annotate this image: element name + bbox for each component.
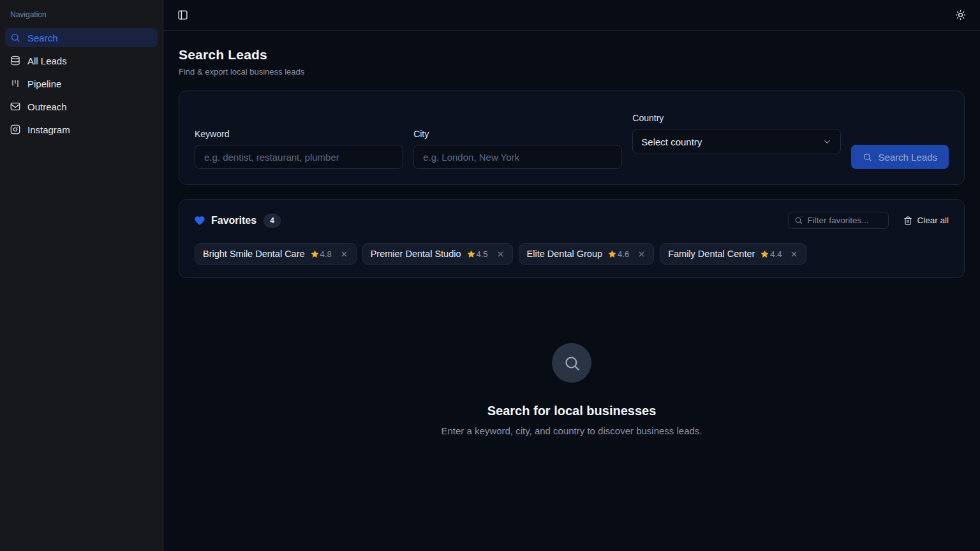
country-label: Country: [632, 113, 841, 123]
main-area: Search Leads Find & export local busines…: [163, 0, 980, 551]
instagram-icon: [10, 124, 20, 135]
city-label: City: [413, 129, 622, 139]
favorites-card: Favorites 4 Clear all: [179, 199, 965, 278]
kanban-icon: [10, 78, 20, 89]
favorite-chip[interactable]: Bright Smile Dental Care4.8: [195, 243, 357, 265]
favorites-chip-row: Bright Smile Dental Care4.8Premier Denta…: [195, 243, 949, 265]
database-icon: [10, 55, 20, 66]
remove-favorite-icon[interactable]: [790, 250, 798, 258]
filter-favorites-input[interactable]: [807, 216, 882, 225]
sidebar-item-label: Search: [27, 33, 58, 43]
city-field-group: City: [413, 129, 622, 169]
sidebar-nav: SearchAll LeadsPipelineOutreachInstagram: [5, 28, 158, 139]
favorite-chip[interactable]: Premier Dental Studio4.5: [362, 243, 513, 265]
city-input[interactable]: [413, 145, 622, 169]
empty-state-circle: [552, 343, 591, 383]
keyword-field-group: Keyword: [195, 129, 403, 169]
sidebar-item-instagram[interactable]: Instagram: [5, 120, 158, 139]
empty-state-subtitle: Enter a keyword, city, and country to di…: [441, 425, 702, 436]
search-icon: [794, 216, 803, 224]
favorites-title: Favorites: [211, 215, 256, 226]
page-content: Search Leads Find & export local busines…: [163, 31, 980, 551]
country-select-value: Select country: [641, 136, 702, 147]
favorites-count-badge: 4: [264, 214, 281, 228]
page-title: Search Leads: [179, 47, 965, 62]
sidebar-item-all-leads[interactable]: All Leads: [5, 51, 158, 70]
keyword-label: Keyword: [195, 129, 403, 139]
sidebar-item-label: Outreach: [27, 101, 67, 112]
search-icon: [10, 33, 20, 43]
country-field-group: Country Select country: [632, 113, 841, 154]
search-icon: [863, 152, 872, 162]
search-leads-button-label: Search Leads: [878, 152, 937, 163]
star-icon: [608, 250, 616, 258]
heart-icon: [195, 216, 205, 226]
panel-left-icon: [177, 10, 188, 20]
sidebar-item-label: Pipeline: [27, 78, 61, 89]
search-icon: [563, 355, 581, 372]
search-form-card: Keyword City Country Select country: [179, 91, 965, 185]
favorite-name: Elite Dental Group: [527, 249, 602, 259]
sidebar-item-label: Instagram: [27, 124, 70, 135]
favorite-chip[interactable]: Elite Dental Group4.6: [519, 243, 655, 265]
theme-toggle-button[interactable]: [955, 10, 966, 20]
sidebar-toggle-button[interactable]: [177, 10, 188, 20]
favorite-rating: 4.6: [618, 249, 629, 259]
clear-all-button[interactable]: Clear all: [903, 216, 949, 225]
sidebar-item-outreach[interactable]: Outreach: [5, 97, 158, 116]
favorite-rating: 4.4: [770, 249, 782, 259]
sidebar: Navigation SearchAll LeadsPipelineOutrea…: [0, 0, 163, 551]
star-icon: [467, 250, 475, 258]
favorite-rating: 4.8: [320, 249, 332, 259]
favorite-name: Premier Dental Studio: [371, 249, 461, 259]
sun-icon: [955, 10, 966, 20]
sidebar-item-search[interactable]: Search: [5, 28, 158, 47]
favorite-rating: 4.5: [477, 249, 488, 259]
sidebar-item-pipeline[interactable]: Pipeline: [5, 74, 158, 93]
empty-state-title: Search for local businesses: [487, 404, 657, 418]
chevron-down-icon: [822, 137, 832, 147]
star-icon: [761, 250, 769, 258]
empty-state: Search for local businesses Enter a keyw…: [179, 343, 965, 436]
favorites-header: Favorites 4 Clear all: [195, 212, 949, 229]
sidebar-item-label: All Leads: [27, 55, 67, 66]
favorite-name: Family Dental Center: [668, 249, 755, 259]
remove-favorite-icon[interactable]: [340, 250, 348, 258]
top-bar: [163, 0, 980, 31]
star-icon: [311, 250, 319, 258]
clear-all-label: Clear all: [917, 216, 949, 225]
favorites-tools: Clear all: [788, 212, 949, 229]
page-subtitle: Find & export local business leads: [179, 67, 965, 77]
country-select[interactable]: Select country: [632, 129, 841, 154]
sidebar-section-label: Navigation: [5, 10, 158, 19]
favorite-name: Bright Smile Dental Care: [203, 249, 305, 259]
filter-favorites-box: [788, 212, 889, 229]
keyword-input[interactable]: [195, 145, 403, 169]
mail-icon: [10, 101, 20, 112]
search-form-row: Keyword City Country Select country: [195, 107, 949, 169]
remove-favorite-icon[interactable]: [637, 250, 646, 258]
favorite-chip[interactable]: Family Dental Center4.4: [660, 243, 806, 265]
trash-icon: [903, 216, 912, 225]
search-leads-button[interactable]: Search Leads: [851, 145, 949, 169]
remove-favorite-icon[interactable]: [496, 250, 505, 258]
